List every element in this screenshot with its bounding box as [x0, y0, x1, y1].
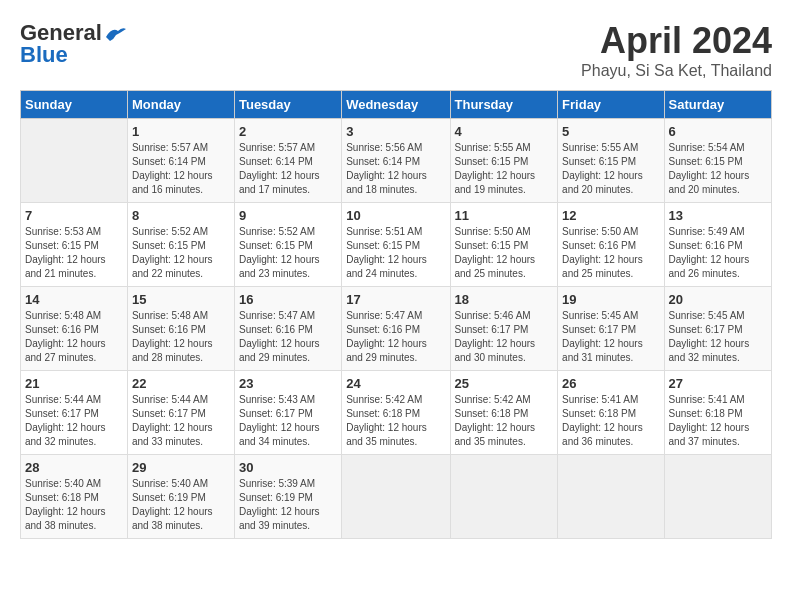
calendar-week-row: 28Sunrise: 5:40 AMSunset: 6:18 PMDayligh…	[21, 455, 772, 539]
calendar-cell: 7Sunrise: 5:53 AMSunset: 6:15 PMDaylight…	[21, 203, 128, 287]
page-header: General Blue April 2024 Phayu, Si Sa Ket…	[20, 20, 772, 80]
day-of-week-header: Tuesday	[234, 91, 341, 119]
day-number: 10	[346, 208, 445, 223]
main-title: April 2024	[581, 20, 772, 62]
day-of-week-header: Friday	[558, 91, 664, 119]
day-of-week-header: Wednesday	[342, 91, 450, 119]
calendar-cell	[664, 455, 771, 539]
day-info: Sunrise: 5:40 AMSunset: 6:19 PMDaylight:…	[132, 477, 230, 533]
calendar-cell: 9Sunrise: 5:52 AMSunset: 6:15 PMDaylight…	[234, 203, 341, 287]
day-number: 7	[25, 208, 123, 223]
day-info: Sunrise: 5:57 AMSunset: 6:14 PMDaylight:…	[239, 141, 337, 197]
day-number: 14	[25, 292, 123, 307]
day-number: 12	[562, 208, 659, 223]
day-info: Sunrise: 5:50 AMSunset: 6:16 PMDaylight:…	[562, 225, 659, 281]
day-number: 27	[669, 376, 767, 391]
day-of-week-header: Monday	[127, 91, 234, 119]
day-info: Sunrise: 5:49 AMSunset: 6:16 PMDaylight:…	[669, 225, 767, 281]
day-info: Sunrise: 5:47 AMSunset: 6:16 PMDaylight:…	[239, 309, 337, 365]
day-number: 19	[562, 292, 659, 307]
day-info: Sunrise: 5:46 AMSunset: 6:17 PMDaylight:…	[455, 309, 554, 365]
day-info: Sunrise: 5:52 AMSunset: 6:15 PMDaylight:…	[239, 225, 337, 281]
day-info: Sunrise: 5:53 AMSunset: 6:15 PMDaylight:…	[25, 225, 123, 281]
calendar-cell: 23Sunrise: 5:43 AMSunset: 6:17 PMDayligh…	[234, 371, 341, 455]
day-info: Sunrise: 5:44 AMSunset: 6:17 PMDaylight:…	[25, 393, 123, 449]
day-number: 25	[455, 376, 554, 391]
day-info: Sunrise: 5:45 AMSunset: 6:17 PMDaylight:…	[669, 309, 767, 365]
day-info: Sunrise: 5:48 AMSunset: 6:16 PMDaylight:…	[132, 309, 230, 365]
day-number: 26	[562, 376, 659, 391]
calendar-cell: 30Sunrise: 5:39 AMSunset: 6:19 PMDayligh…	[234, 455, 341, 539]
day-of-week-header: Thursday	[450, 91, 558, 119]
calendar-week-row: 7Sunrise: 5:53 AMSunset: 6:15 PMDaylight…	[21, 203, 772, 287]
day-number: 30	[239, 460, 337, 475]
day-info: Sunrise: 5:50 AMSunset: 6:15 PMDaylight:…	[455, 225, 554, 281]
calendar-header-row: SundayMondayTuesdayWednesdayThursdayFrid…	[21, 91, 772, 119]
logo-blue: Blue	[20, 42, 68, 68]
calendar-cell	[558, 455, 664, 539]
calendar-cell: 5Sunrise: 5:55 AMSunset: 6:15 PMDaylight…	[558, 119, 664, 203]
calendar-cell: 22Sunrise: 5:44 AMSunset: 6:17 PMDayligh…	[127, 371, 234, 455]
day-info: Sunrise: 5:40 AMSunset: 6:18 PMDaylight:…	[25, 477, 123, 533]
calendar-week-row: 14Sunrise: 5:48 AMSunset: 6:16 PMDayligh…	[21, 287, 772, 371]
day-info: Sunrise: 5:52 AMSunset: 6:15 PMDaylight:…	[132, 225, 230, 281]
calendar-cell: 10Sunrise: 5:51 AMSunset: 6:15 PMDayligh…	[342, 203, 450, 287]
day-info: Sunrise: 5:42 AMSunset: 6:18 PMDaylight:…	[455, 393, 554, 449]
calendar-cell: 17Sunrise: 5:47 AMSunset: 6:16 PMDayligh…	[342, 287, 450, 371]
calendar-week-row: 1Sunrise: 5:57 AMSunset: 6:14 PMDaylight…	[21, 119, 772, 203]
day-number: 3	[346, 124, 445, 139]
day-number: 21	[25, 376, 123, 391]
calendar-cell: 3Sunrise: 5:56 AMSunset: 6:14 PMDaylight…	[342, 119, 450, 203]
day-info: Sunrise: 5:44 AMSunset: 6:17 PMDaylight:…	[132, 393, 230, 449]
calendar-week-row: 21Sunrise: 5:44 AMSunset: 6:17 PMDayligh…	[21, 371, 772, 455]
day-info: Sunrise: 5:57 AMSunset: 6:14 PMDaylight:…	[132, 141, 230, 197]
day-info: Sunrise: 5:39 AMSunset: 6:19 PMDaylight:…	[239, 477, 337, 533]
day-of-week-header: Saturday	[664, 91, 771, 119]
day-info: Sunrise: 5:55 AMSunset: 6:15 PMDaylight:…	[562, 141, 659, 197]
day-of-week-header: Sunday	[21, 91, 128, 119]
calendar-cell: 21Sunrise: 5:44 AMSunset: 6:17 PMDayligh…	[21, 371, 128, 455]
calendar-cell: 8Sunrise: 5:52 AMSunset: 6:15 PMDaylight…	[127, 203, 234, 287]
day-info: Sunrise: 5:47 AMSunset: 6:16 PMDaylight:…	[346, 309, 445, 365]
day-number: 17	[346, 292, 445, 307]
subtitle: Phayu, Si Sa Ket, Thailand	[581, 62, 772, 80]
calendar-table: SundayMondayTuesdayWednesdayThursdayFrid…	[20, 90, 772, 539]
calendar-cell: 24Sunrise: 5:42 AMSunset: 6:18 PMDayligh…	[342, 371, 450, 455]
day-info: Sunrise: 5:55 AMSunset: 6:15 PMDaylight:…	[455, 141, 554, 197]
day-number: 8	[132, 208, 230, 223]
calendar-cell: 11Sunrise: 5:50 AMSunset: 6:15 PMDayligh…	[450, 203, 558, 287]
calendar-cell: 1Sunrise: 5:57 AMSunset: 6:14 PMDaylight…	[127, 119, 234, 203]
calendar-cell: 2Sunrise: 5:57 AMSunset: 6:14 PMDaylight…	[234, 119, 341, 203]
calendar-cell: 12Sunrise: 5:50 AMSunset: 6:16 PMDayligh…	[558, 203, 664, 287]
calendar-cell: 25Sunrise: 5:42 AMSunset: 6:18 PMDayligh…	[450, 371, 558, 455]
calendar-cell	[450, 455, 558, 539]
day-number: 6	[669, 124, 767, 139]
day-info: Sunrise: 5:48 AMSunset: 6:16 PMDaylight:…	[25, 309, 123, 365]
day-number: 1	[132, 124, 230, 139]
calendar-cell: 16Sunrise: 5:47 AMSunset: 6:16 PMDayligh…	[234, 287, 341, 371]
day-number: 23	[239, 376, 337, 391]
day-number: 29	[132, 460, 230, 475]
day-number: 15	[132, 292, 230, 307]
calendar-cell	[342, 455, 450, 539]
calendar-cell: 15Sunrise: 5:48 AMSunset: 6:16 PMDayligh…	[127, 287, 234, 371]
calendar-cell: 28Sunrise: 5:40 AMSunset: 6:18 PMDayligh…	[21, 455, 128, 539]
logo-bird-icon	[104, 25, 126, 43]
day-number: 16	[239, 292, 337, 307]
day-number: 4	[455, 124, 554, 139]
day-info: Sunrise: 5:51 AMSunset: 6:15 PMDaylight:…	[346, 225, 445, 281]
day-info: Sunrise: 5:43 AMSunset: 6:17 PMDaylight:…	[239, 393, 337, 449]
day-info: Sunrise: 5:42 AMSunset: 6:18 PMDaylight:…	[346, 393, 445, 449]
day-number: 11	[455, 208, 554, 223]
day-info: Sunrise: 5:54 AMSunset: 6:15 PMDaylight:…	[669, 141, 767, 197]
calendar-cell: 27Sunrise: 5:41 AMSunset: 6:18 PMDayligh…	[664, 371, 771, 455]
day-number: 22	[132, 376, 230, 391]
calendar-cell: 14Sunrise: 5:48 AMSunset: 6:16 PMDayligh…	[21, 287, 128, 371]
day-info: Sunrise: 5:41 AMSunset: 6:18 PMDaylight:…	[669, 393, 767, 449]
day-number: 13	[669, 208, 767, 223]
day-info: Sunrise: 5:56 AMSunset: 6:14 PMDaylight:…	[346, 141, 445, 197]
day-number: 28	[25, 460, 123, 475]
day-number: 5	[562, 124, 659, 139]
calendar-cell: 4Sunrise: 5:55 AMSunset: 6:15 PMDaylight…	[450, 119, 558, 203]
day-number: 24	[346, 376, 445, 391]
